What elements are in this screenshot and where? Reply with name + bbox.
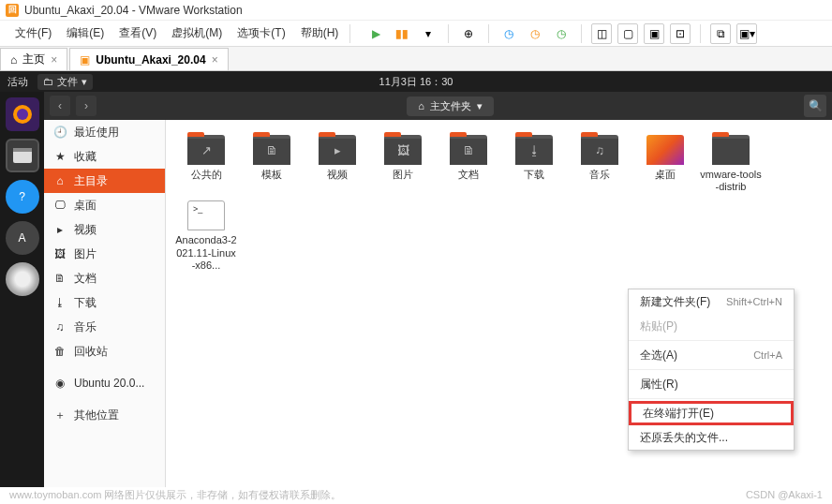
forward-button[interactable]: › bbox=[76, 96, 97, 116]
sidebar-item[interactable]: 🕘最近使用 bbox=[44, 120, 165, 144]
sidebar-icon: 🕘 bbox=[53, 126, 67, 139]
sidebar-item[interactable]: ⌂主目录 bbox=[44, 169, 165, 193]
menu-item-label: 粘贴(P) bbox=[640, 319, 677, 334]
tool-button[interactable]: ◷ bbox=[498, 23, 519, 44]
file-item[interactable]: Anaconda3-2021.11-Linux-x86... bbox=[173, 197, 239, 275]
chevron-down-icon: ▾ bbox=[82, 76, 87, 88]
sidebar-item[interactable]: ★收藏 bbox=[44, 144, 165, 169]
search-button[interactable]: 🔍 bbox=[804, 95, 826, 117]
sidebar-other-locations[interactable]: ＋ 其他位置 bbox=[44, 403, 165, 427]
fullscreen-button[interactable]: ▣▾ bbox=[736, 23, 757, 44]
menu-item-label: 属性(R) bbox=[640, 377, 678, 393]
layout-button[interactable]: ▣ bbox=[644, 23, 664, 44]
sidebar-icon: ♫ bbox=[53, 320, 67, 334]
context-menu-item[interactable]: 全选(A)Ctrl+A bbox=[629, 343, 794, 367]
file-item[interactable]: ↗公共的 bbox=[173, 131, 239, 197]
sidebar-item[interactable]: 🖼图片 bbox=[44, 242, 165, 266]
menu-item[interactable]: 虚拟机(M) bbox=[164, 25, 230, 41]
file-grid-area[interactable]: ↗公共的🗎模板▸视频🖼图片🗎文档⭳下载♫音乐桌面vmware-tools-dis… bbox=[166, 120, 832, 487]
layout-button[interactable]: ◫ bbox=[591, 23, 612, 44]
context-menu-item[interactable]: 在终端打开(E) bbox=[629, 401, 794, 425]
play-button[interactable]: ▶ bbox=[365, 23, 386, 44]
file-item[interactable]: ♫音乐 bbox=[567, 131, 632, 197]
files-icon[interactable] bbox=[6, 139, 39, 172]
sidebar-icon: 🗎 bbox=[53, 272, 67, 285]
app-menu[interactable]: 🗀 文件 ▾ bbox=[37, 74, 93, 90]
svg-point-1 bbox=[17, 109, 28, 120]
separator bbox=[700, 24, 701, 43]
file-item[interactable]: vmware-tools-distrib bbox=[698, 131, 764, 197]
file-item[interactable]: 🗎模板 bbox=[239, 131, 305, 197]
menu-item[interactable]: 查看(V) bbox=[111, 25, 164, 41]
layout-button[interactable]: ▢ bbox=[617, 23, 638, 44]
file-label: 音乐 bbox=[589, 169, 610, 181]
file-label: 图片 bbox=[393, 169, 413, 181]
tool-button[interactable]: ◷ bbox=[525, 23, 545, 44]
close-icon[interactable]: × bbox=[212, 53, 218, 67]
context-menu-item[interactable]: 属性(R) bbox=[629, 372, 794, 396]
shortcut-label: Ctrl+A bbox=[753, 349, 782, 361]
folder-icon: 🗀 bbox=[43, 76, 53, 87]
tab-home[interactable]: ⌂ 主页 × bbox=[0, 48, 67, 70]
file-item[interactable]: 🖼图片 bbox=[370, 131, 436, 197]
window-title: Ubuntu_Akaxi_20.04 - VMware Workstation bbox=[24, 4, 243, 17]
menu-item-label: 全选(A) bbox=[640, 348, 677, 363]
sidebar-item[interactable]: 🖵桌面 bbox=[44, 193, 165, 217]
snapshot-button[interactable]: ⊕ bbox=[458, 23, 479, 44]
pause-button[interactable]: ▮▮ bbox=[392, 23, 412, 44]
file-item[interactable]: ▸视频 bbox=[305, 131, 370, 197]
context-menu-item[interactable]: 还原丢失的文件... bbox=[629, 425, 794, 450]
file-item[interactable]: 🗎文档 bbox=[436, 131, 501, 197]
dropdown-button[interactable]: ▾ bbox=[418, 23, 438, 44]
context-menu-item[interactable]: 新建文件夹(F)Shift+Ctrl+N bbox=[629, 289, 794, 314]
sidebar-item[interactable]: ▸视频 bbox=[44, 217, 165, 242]
file-item[interactable]: ⭳下载 bbox=[501, 131, 567, 197]
firefox-icon[interactable] bbox=[6, 97, 39, 131]
sidebar-icon: ▸ bbox=[53, 223, 67, 236]
dvd-icon[interactable] bbox=[6, 262, 39, 296]
sidebar-device[interactable]: ◉ Ubuntu 20.0... bbox=[44, 371, 165, 395]
sidebar-item-label: Ubuntu 20.0... bbox=[74, 377, 144, 390]
file-label: Anaconda3-2021.11-Linux-x86... bbox=[175, 234, 237, 272]
menu-item-label: 还原丢失的文件... bbox=[640, 430, 728, 446]
close-icon[interactable]: × bbox=[51, 53, 57, 67]
software-updater-icon[interactable]: A bbox=[6, 221, 39, 255]
separator bbox=[581, 24, 582, 43]
sidebar-item[interactable]: 🗎文档 bbox=[44, 266, 165, 290]
layout-button[interactable]: ⊡ bbox=[670, 23, 691, 44]
folder-icon: ⭳ bbox=[515, 135, 553, 165]
tab-vm[interactable]: ▣ Ubuntu_Akaxi_20.04 × bbox=[69, 48, 228, 70]
sidebar-item-label: 图片 bbox=[74, 246, 97, 262]
clock[interactable]: 11月3日 16：30 bbox=[379, 75, 453, 89]
svg-rect-3 bbox=[13, 148, 32, 152]
menu-item[interactable]: 选项卡(T) bbox=[230, 25, 292, 41]
vmware-toolbar: ▶ ▮▮ ▾ ⊕ ◷ ◷ ◷ ◫ ▢ ▣ ⊡ ⧉ ▣▾ bbox=[365, 23, 757, 44]
gnome-top-bar: 活动 🗀 文件 ▾ 11月3日 16：30 bbox=[0, 71, 832, 92]
path-bar[interactable]: ⌂ 主文件夹 ▾ bbox=[407, 96, 494, 116]
sidebar-item-label: 视频 bbox=[74, 222, 97, 238]
sidebar-item[interactable]: 🗑回收站 bbox=[44, 339, 165, 363]
activities-button[interactable]: 活动 bbox=[7, 75, 28, 89]
tab-label: 主页 bbox=[22, 52, 45, 67]
context-menu: 新建文件夹(F)Shift+Ctrl+N粘贴(P)全选(A)Ctrl+A属性(R… bbox=[628, 289, 795, 451]
vmware-menubar: 文件(F)编辑(E)查看(V)虚拟机(M)选项卡(T)帮助(H) ▶ ▮▮ ▾ … bbox=[0, 21, 832, 47]
sidebar-item-label: 其他位置 bbox=[74, 408, 119, 423]
file-label: 模板 bbox=[261, 169, 282, 181]
sidebar-item[interactable]: ♫音乐 bbox=[44, 315, 165, 339]
file-label: 桌面 bbox=[655, 169, 676, 181]
back-button[interactable]: ‹ bbox=[50, 96, 70, 116]
tool-button[interactable]: ◷ bbox=[551, 23, 572, 44]
sidebar-item-label: 最近使用 bbox=[74, 125, 119, 141]
chevron-down-icon: ▾ bbox=[477, 100, 483, 112]
sidebar-item[interactable]: ⭳下载 bbox=[44, 290, 165, 315]
sidebar-icon: 🖼 bbox=[53, 247, 67, 260]
menu-item[interactable]: 编辑(E) bbox=[59, 25, 111, 41]
file-item[interactable]: 桌面 bbox=[632, 131, 698, 197]
menu-item[interactable]: 文件(F) bbox=[7, 25, 59, 41]
sidebar-icon: 🖵 bbox=[53, 199, 67, 212]
menu-item[interactable]: 帮助(H) bbox=[293, 25, 347, 41]
console-button[interactable]: ⧉ bbox=[710, 23, 731, 44]
watermark-footer: www.toymoban.com 网络图片仅供展示，非存储，如有侵权请联系删除。… bbox=[0, 487, 832, 502]
file-label: vmware-tools-distrib bbox=[700, 169, 762, 193]
help-icon[interactable]: ? bbox=[6, 180, 39, 214]
